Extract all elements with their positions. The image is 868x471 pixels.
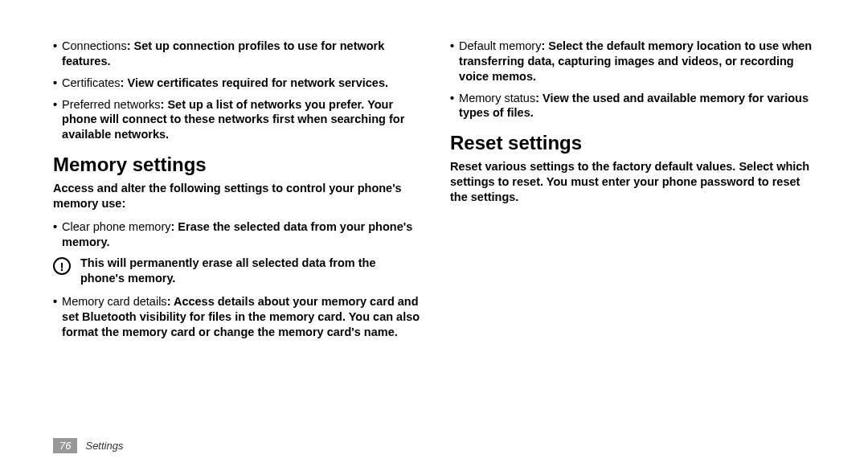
list-item: • Connections: Set up connection profile…	[53, 39, 421, 69]
warning-text: This will permanently erase all selected…	[80, 256, 421, 286]
bullet-icon: •	[450, 91, 454, 121]
warning-row: ! This will permanently erase all select…	[53, 256, 421, 286]
left-column: • Connections: Set up connection profile…	[53, 39, 421, 346]
list-item: • Preferred networks: Set up a list of n…	[53, 97, 421, 143]
bullet-icon: •	[53, 97, 57, 143]
bullet-icon: •	[53, 294, 57, 340]
list-item: • Clear phone memory: Erase the selected…	[53, 219, 421, 250]
list-item: • Default memory: Select the default mem…	[450, 39, 818, 84]
bullet-icon: •	[450, 39, 454, 84]
item-label: Default memory	[459, 39, 541, 52]
list-item: • Memory card details: Access details ab…	[53, 294, 421, 340]
item-desc: : View certificates required for network…	[121, 76, 388, 89]
bullet-icon: •	[53, 76, 57, 91]
bullet-icon: •	[53, 39, 57, 69]
item-label: Certificates	[62, 76, 121, 89]
list-item: • Certificates: View certificates requir…	[53, 76, 421, 91]
right-column: • Default memory: Select the default mem…	[450, 39, 818, 346]
heading-reset-settings: Reset settings	[450, 132, 818, 154]
warning-icon: !	[53, 257, 71, 275]
page-number: 76	[53, 438, 77, 453]
item-label: Preferred networks	[62, 98, 161, 111]
heading-memory-settings: Memory settings	[53, 154, 421, 176]
footer-section-label: Settings	[85, 440, 123, 452]
section-intro: Reset various settings to the factory de…	[450, 159, 818, 205]
item-label: Memory card details	[62, 295, 167, 308]
section-intro: Access and alter the following settings …	[53, 181, 421, 211]
item-label: Clear phone memory	[62, 220, 170, 233]
page-columns: • Connections: Set up connection profile…	[53, 39, 818, 346]
list-item: • Memory status: View the used and avail…	[450, 91, 818, 121]
bullet-icon: •	[53, 219, 57, 250]
page-footer: 76 Settings	[53, 438, 123, 453]
item-label: Memory status	[459, 92, 535, 104]
item-label: Connections	[62, 39, 127, 52]
